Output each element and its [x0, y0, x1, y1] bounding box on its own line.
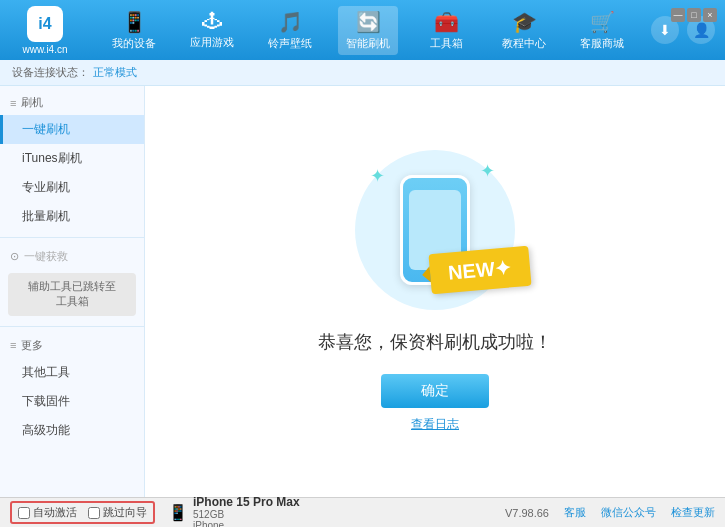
sidebar-section-more-header: ≡ 更多 [0, 333, 144, 358]
sidebar-divider-2 [0, 326, 144, 327]
guide-activate-checkbox[interactable]: 跳过向导 [88, 505, 147, 520]
device-details: iPhone 15 Pro Max 512GB iPhone [193, 495, 300, 528]
nav-my-device-label: 我的设备 [112, 36, 156, 51]
view-log-link[interactable]: 查看日志 [411, 416, 459, 433]
nav-ringtone-label: 铃声壁纸 [268, 36, 312, 51]
nav-tutorial[interactable]: 🎓 教程中心 [494, 6, 554, 55]
device-type: iPhone [193, 520, 300, 528]
sidebar-section-flash: ≡ 刷机 一键刷机 iTunes刷机 专业刷机 批量刷机 [0, 86, 144, 235]
tutorial-icon: 🎓 [512, 10, 537, 34]
breadcrumb-prefix: 设备连接状态： [12, 65, 89, 80]
sidebar-recover-notice: 辅助工具已跳转至工具箱 [8, 273, 136, 316]
device-phone-icon: 📱 [168, 503, 188, 522]
bottom-right: V7.98.66 客服 微信公众号 检查更新 [505, 505, 715, 520]
nav-tutorial-label: 教程中心 [502, 36, 546, 51]
guide-activate-input[interactable] [88, 507, 100, 519]
breadcrumb-mode: 正常模式 [93, 65, 137, 80]
nav-toolbox-label: 工具箱 [430, 36, 463, 51]
nav-smart-flash[interactable]: 🔄 智能刷机 [338, 6, 398, 55]
device-storage: 512GB [193, 509, 300, 520]
sidebar-item-itunes-flash[interactable]: iTunes刷机 [0, 144, 144, 173]
sidebar: ≡ 刷机 一键刷机 iTunes刷机 专业刷机 批量刷机 ⊙ 一键获救 辅助工具… [0, 86, 145, 497]
success-message: 恭喜您，保资料刷机成功啦！ [318, 330, 552, 354]
nav-ringtone[interactable]: 🎵 铃声壁纸 [260, 6, 320, 55]
phone-bg-circle: ✦ ✦ NEW✦ [355, 150, 515, 310]
success-illustration: ✦ ✦ NEW✦ [355, 150, 515, 310]
nav-app-game[interactable]: 🕹 应用游戏 [182, 6, 242, 54]
service-icon: 🛒 [590, 10, 615, 34]
close-button[interactable]: × [703, 8, 717, 22]
version-label: V7.98.66 [505, 507, 549, 519]
auto-activate-input[interactable] [18, 507, 30, 519]
restore-button[interactable]: □ [687, 8, 701, 22]
sidebar-section-recover-header: ⊙ 一键获救 [0, 244, 144, 269]
checkbox-area: 自动激活 跳过向导 [10, 501, 155, 524]
logo-subtitle: www.i4.cn [22, 44, 67, 55]
window-controls: — □ × [671, 8, 717, 22]
nav-service[interactable]: 🛒 客服商城 [572, 6, 632, 55]
recover-section-icon: ⊙ [10, 250, 19, 263]
new-ribbon: NEW✦ [429, 246, 532, 295]
sidebar-section-flash-header: ≡ 刷机 [0, 90, 144, 115]
check-update-link[interactable]: 检查更新 [671, 505, 715, 520]
app-game-icon: 🕹 [202, 10, 222, 33]
sidebar-recover-header-label: 一键获救 [24, 249, 68, 264]
nav-my-device[interactable]: 📱 我的设备 [104, 6, 164, 55]
toolbox-icon: 🧰 [434, 10, 459, 34]
sidebar-item-batch-flash[interactable]: 批量刷机 [0, 202, 144, 231]
logo-area: i4 www.i4.cn [10, 6, 80, 55]
sidebar-item-pro-flash[interactable]: 专业刷机 [0, 173, 144, 202]
app-logo: i4 [27, 6, 63, 42]
nav-toolbox[interactable]: 🧰 工具箱 [416, 6, 476, 55]
sidebar-item-other-tools[interactable]: 其他工具 [0, 358, 144, 387]
bottom-bar: 自动激活 跳过向导 📱 iPhone 15 Pro Max 512GB iPho… [0, 497, 725, 527]
sidebar-section-more: ≡ 更多 其他工具 下载固件 高级功能 [0, 329, 144, 449]
customer-service-link[interactable]: 客服 [564, 505, 586, 520]
device-info: 📱 iPhone 15 Pro Max 512GB iPhone [160, 493, 308, 528]
sparkle-tl-icon: ✦ [370, 165, 385, 187]
confirm-button[interactable]: 确定 [381, 374, 489, 408]
guide-activate-label: 跳过向导 [103, 505, 147, 520]
sidebar-section-recover: ⊙ 一键获救 辅助工具已跳转至工具箱 [0, 240, 144, 324]
my-device-icon: 📱 [122, 10, 147, 34]
smart-flash-icon: 🔄 [356, 10, 381, 34]
sidebar-item-download-firmware[interactable]: 下载固件 [0, 387, 144, 416]
sidebar-item-one-key-flash[interactable]: 一键刷机 [0, 115, 144, 144]
nav-smart-flash-label: 智能刷机 [346, 36, 390, 51]
nav-items: 📱 我的设备 🕹 应用游戏 🎵 铃声壁纸 🔄 智能刷机 🧰 工具箱 🎓 教程中心… [95, 6, 641, 55]
sidebar-flash-header-label: 刷机 [21, 95, 43, 110]
sidebar-divider-1 [0, 237, 144, 238]
sidebar-more-header-label: 更多 [21, 338, 43, 353]
main-layout: ≡ 刷机 一键刷机 iTunes刷机 专业刷机 批量刷机 ⊙ 一键获救 辅助工具… [0, 86, 725, 497]
sparkle-tr-icon: ✦ [480, 160, 495, 182]
content-area: ✦ ✦ NEW✦ 恭喜您，保资料刷机成功啦！ 确定 查看日志 [145, 86, 725, 497]
logo-text: i4 [38, 15, 51, 33]
wechat-link[interactable]: 微信公众号 [601, 505, 656, 520]
sidebar-item-advanced[interactable]: 高级功能 [0, 416, 144, 445]
minimize-button[interactable]: — [671, 8, 685, 22]
nav-service-label: 客服商城 [580, 36, 624, 51]
bottom-left: 自动激活 跳过向导 📱 iPhone 15 Pro Max 512GB iPho… [10, 493, 490, 528]
nav-app-game-label: 应用游戏 [190, 35, 234, 50]
ringtone-icon: 🎵 [278, 10, 303, 34]
more-section-icon: ≡ [10, 339, 16, 351]
auto-activate-checkbox[interactable]: 自动激活 [18, 505, 77, 520]
top-bar: i4 www.i4.cn 📱 我的设备 🕹 应用游戏 🎵 铃声壁纸 🔄 智能刷机… [0, 0, 725, 60]
breadcrumb: 设备连接状态： 正常模式 [0, 60, 725, 86]
flash-section-icon: ≡ [10, 97, 16, 109]
auto-activate-label: 自动激活 [33, 505, 77, 520]
